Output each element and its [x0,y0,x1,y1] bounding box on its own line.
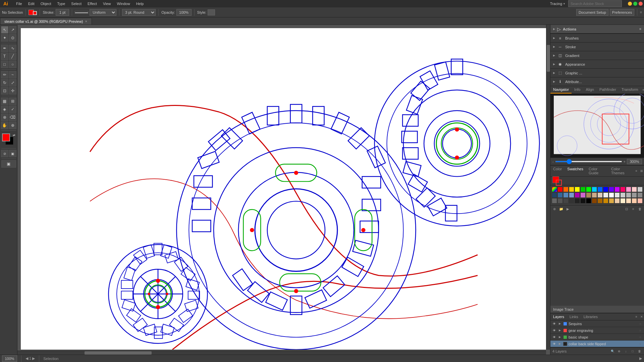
swatches-list-view[interactable]: ≡ [631,206,636,212]
swatch-item[interactable] [603,198,608,203]
swatches-delete-btn[interactable]: 🗑 [637,206,643,212]
layer-move-btn[interactable]: ↓ [623,349,629,354]
layer-lock-collar-back[interactable]: ○ [638,342,643,346]
document-setup-button[interactable]: Document Setup [576,9,608,16]
blend-tool[interactable]: ⊗ [1,114,8,121]
stroke-type-select[interactable]: Uniform [90,9,116,16]
eyedropper-tool[interactable]: ✓ [9,106,16,113]
fill-color-selector[interactable] [29,10,37,15]
nav-panel-menu[interactable]: ≡ [641,87,644,92]
magic-wand-tool[interactable]: ✦ [1,34,8,42]
smooth-tool[interactable]: ~ [9,71,16,78]
swatch-item[interactable] [563,198,569,203]
swatch-item[interactable] [626,198,631,203]
layer-expand-basic-shape[interactable]: ▶ [558,335,562,339]
layer-delete-btn[interactable]: 🗑 [637,349,642,354]
swatch-item[interactable] [632,187,637,192]
menu-object[interactable]: Object [38,1,54,6]
menu-file[interactable]: File [13,1,25,6]
swatches-menu-btn[interactable]: ≡ [634,169,639,173]
swatch-item[interactable] [557,187,563,192]
zoom-out-btn[interactable]: - [552,160,554,164]
tab-libraries[interactable]: Libraries [581,313,600,320]
swatch-item[interactable] [580,187,586,192]
menu-view[interactable]: View [100,1,114,6]
tab-info[interactable]: Info [572,86,583,94]
swatch-item[interactable] [575,187,580,192]
menu-select[interactable]: Select [68,1,84,6]
rotate-tool[interactable]: ↻ [1,79,8,86]
ellipse-tool[interactable]: ○ [9,61,16,68]
tab-align[interactable]: Align [583,86,596,94]
swatch-item[interactable] [552,192,557,198]
style-picker[interactable] [208,9,215,15]
swatches-icon-view[interactable]: ⊡ [624,206,629,212]
column-graph-tool[interactable]: ▦ [1,98,8,105]
swatch-item[interactable] [586,198,591,203]
stroke-cap-select[interactable]: 3 pt. Round [122,9,156,16]
swatch-item[interactable] [557,198,563,203]
swatch-item[interactable] [569,187,574,192]
tracing-dropdown[interactable]: Tracing ▼ [550,2,566,6]
swatch-item[interactable] [620,187,626,192]
swatch-item[interactable] [586,192,591,198]
canvas-area[interactable] [17,25,550,355]
swatch-item[interactable] [620,198,626,203]
preferences-button[interactable]: Preferences [610,9,634,16]
swatch-item[interactable] [592,198,597,203]
tab-navigator[interactable]: Navigator [550,86,572,94]
swatch-item[interactable] [557,192,563,198]
tab-pathfinder[interactable]: Pathfinder [597,86,619,94]
opacity-input[interactable] [176,9,192,16]
swatch-item[interactable] [580,192,586,198]
swatch-item[interactable] [614,198,620,203]
swatch-item[interactable] [614,187,620,192]
layer-visibility-sequins[interactable]: 👁 [552,321,556,326]
swatch-item[interactable] [637,187,643,192]
swatch-item[interactable] [569,192,574,198]
zoom-in-btn[interactable]: + [624,160,626,164]
pen-tool[interactable]: ✒ [1,45,8,52]
layer-expand-sequins[interactable]: ▶ [558,322,562,326]
layer-add-btn[interactable]: ⊕ [616,349,622,354]
swatch-item[interactable] [620,192,626,198]
gradient-tool[interactable]: ◈ [1,106,8,113]
tab-color-guide[interactable]: Color Guide [586,166,608,176]
layer-row-basic-shape[interactable]: 👁 ▶ basic shape ○ [550,334,644,341]
workspace-btn[interactable]: ≡ [640,10,642,14]
layer-new-btn[interactable]: □ [630,349,635,354]
swatch-item[interactable] [552,187,557,192]
status-zoom-input[interactable] [2,355,17,362]
swatch-item[interactable] [575,192,580,198]
layer-visibility-collar-back[interactable]: 👁 [552,342,556,346]
swatch-item[interactable] [597,198,603,203]
brushes-panel-item[interactable]: ▶ ≡ Brushes [550,34,644,43]
scale-tool[interactable]: ⤢ [9,79,16,86]
tab-layers[interactable]: Layers [550,313,567,320]
mesh-tool[interactable]: ⊞ [9,98,16,105]
none-color-btn[interactable]: ⊘ [1,150,8,157]
fill-color-box[interactable] [2,133,10,141]
attribute-panel-item[interactable]: ▶ ℹ Attribute... [550,77,644,86]
window-close[interactable] [639,2,643,6]
layer-lock-sequins[interactable]: ○ [638,321,643,326]
lasso-tool[interactable]: ⊙ [9,34,16,42]
layer-expand-collar-back[interactable]: ▶ [558,342,562,346]
layer-visibility-gear-engraving[interactable]: 👁 [552,328,556,333]
menu-help[interactable]: Help [133,1,147,6]
tab-transform[interactable]: Transform [619,86,641,94]
menu-type[interactable]: Type [55,1,68,6]
tab-close-button[interactable]: ✕ [85,20,88,23]
swatch-item[interactable] [609,192,614,198]
swatch-item[interactable] [552,198,557,203]
selection-tool[interactable]: ↖ [1,26,8,34]
hand-tool[interactable]: ✋ [1,122,8,129]
swatches-lib-btn[interactable]: 📁 [558,206,564,212]
layer-lock-basic-shape[interactable]: ○ [638,335,643,340]
swatch-item[interactable] [575,198,580,203]
swatch-item[interactable] [609,198,614,203]
swatches-grid-btn[interactable]: ⊞ [639,169,644,173]
zoom-slider[interactable] [555,161,622,162]
pencil-tool[interactable]: ✏ [1,71,8,78]
swatch-item[interactable] [597,187,603,192]
